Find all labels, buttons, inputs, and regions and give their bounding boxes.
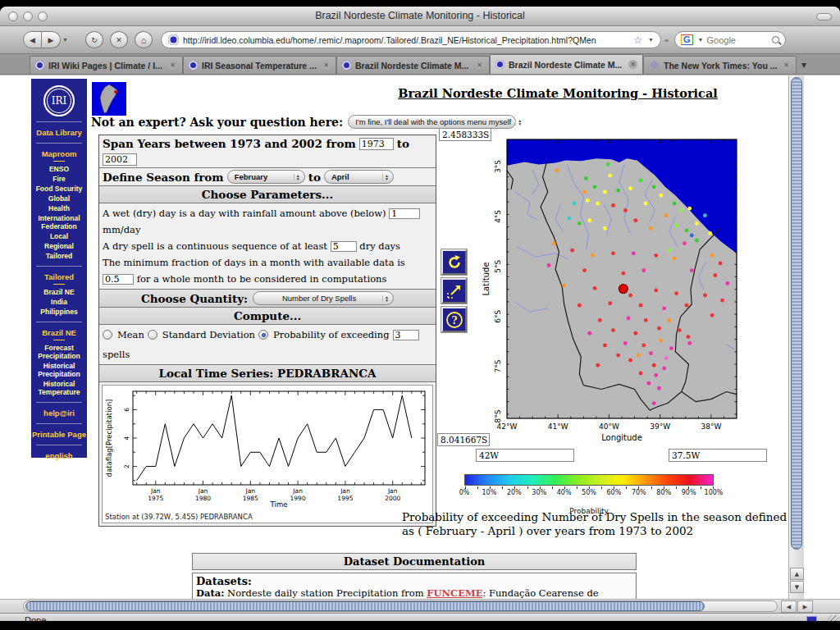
sidebar-item-health[interactable]: Health [31,203,87,213]
tab-4[interactable]: Brazil Nordeste Climate M...✕ [490,54,643,74]
station-dot[interactable] [584,176,588,180]
station-dot[interactable] [611,203,615,208]
station-dot[interactable] [662,367,666,371]
zoom-out-button[interactable] [441,278,467,304]
quantity-select[interactable]: Number of Dry Spells ▲▼ [253,291,394,305]
station-dot[interactable] [713,273,717,277]
station-map[interactable]: 42°W41°W40°W39°W38°W3°S4°S5°S6°S7°S8°SLa… [482,133,746,453]
station-dot[interactable] [647,381,651,386]
station-dot[interactable] [674,223,678,227]
span-to-input[interactable] [103,153,137,166]
min-fraction-input[interactable] [103,274,134,285]
station-dot[interactable] [608,173,612,177]
station-dot[interactable] [639,179,643,183]
station-dot[interactable] [703,213,707,217]
map-svg[interactable]: 42°W41°W40°W39°W38°W3°S4°S5°S6°S7°S8°SLa… [482,133,746,450]
lon-left-input[interactable]: 42W [476,449,574,462]
station-dot[interactable] [685,304,689,308]
tab-1[interactable]: IRI Wiki Pages | Climate / I...✕ [30,56,183,74]
station-dot[interactable] [662,306,666,310]
sidebar-item-brazil-ne[interactable]: Brazil NE [31,287,87,297]
station-dot[interactable] [725,281,729,285]
window-zoom-icon[interactable] [38,11,48,21]
scroll-down-button[interactable]: ▼ [790,581,804,593]
station-dot[interactable] [555,168,559,172]
station-dot[interactable] [606,162,610,167]
station-dot[interactable] [695,221,699,226]
sidebar-item-regional[interactable]: Regional [31,241,87,251]
lat-bottom-input[interactable]: 8.041667S [437,433,490,446]
station-dot[interactable] [685,228,689,232]
sidebar-item-international-federation[interactable]: International Federation [31,213,87,231]
redraw-button[interactable] [441,249,467,275]
probability-radio[interactable] [258,330,268,340]
dry-spell-length-input[interactable] [331,241,357,252]
season-from-select[interactable]: February ▲▼ [227,170,305,184]
station-dot[interactable] [678,328,682,332]
stop-button[interactable]: ✕ [110,31,128,48]
station-dot[interactable] [591,253,595,258]
window-close-icon[interactable] [8,11,18,21]
window-titlebar[interactable]: Brazil Nordeste Climate Monitoring - His… [0,7,840,26]
scroll-up-button[interactable]: ▲ [790,568,804,580]
toolbar-toggle-button[interactable] [816,13,832,21]
tab-close-icon[interactable]: ✕ [628,60,637,69]
station-dot[interactable] [687,341,692,345]
station-dot[interactable] [667,318,671,322]
station-dot[interactable] [633,331,637,336]
station-dot[interactable] [639,372,643,376]
station-dot[interactable] [664,356,669,360]
station-dot[interactable] [616,189,620,193]
tab-3[interactable]: Brazil Nordeste Climate M...✕ [336,56,490,74]
station-dot[interactable] [667,249,671,253]
station-dot[interactable] [690,234,694,238]
station-dot[interactable] [587,331,591,336]
station-dot[interactable] [608,301,612,305]
station-dot[interactable] [644,202,648,206]
wet-day-threshold-input[interactable] [389,208,420,219]
scroll-left-button[interactable]: ◀ [781,600,797,613]
station-dot[interactable] [654,373,658,377]
iri-logo[interactable]: IRI [43,85,75,116]
station-dot[interactable] [682,241,687,245]
station-dot[interactable] [593,185,597,189]
station-dot[interactable] [578,221,582,226]
station-dot[interactable] [669,346,673,350]
window-controls[interactable] [8,11,48,21]
tab-close-icon[interactable]: ✕ [782,61,791,70]
station-dot[interactable] [621,272,625,276]
station-dot[interactable] [710,253,714,258]
search-bar[interactable]: G ▼ Google [674,31,786,48]
station-dot[interactable] [673,202,677,206]
station-dot[interactable] [603,190,607,194]
station-dot[interactable] [611,328,615,332]
station-dot[interactable] [552,241,556,245]
station-dot[interactable] [690,268,694,272]
station-dot[interactable] [628,358,632,363]
station-dot[interactable] [720,299,724,303]
station-dot[interactable] [637,354,641,358]
sidebar-item-tailored[interactable]: Tailored [31,272,87,282]
station-dot[interactable] [547,263,551,267]
address-bar[interactable]: http://iridl.ldeo.columbia.edu/home/.rem… [161,31,661,48]
horizontal-scrollbar[interactable]: ◀ ▶ [0,599,840,613]
tab-5[interactable]: The New York Times: You ...✕ [643,56,797,74]
station-dot[interactable] [674,291,678,295]
station-dot[interactable] [598,318,602,322]
station-dot[interactable] [628,186,632,190]
station-dot[interactable] [664,213,669,217]
station-dot[interactable] [611,251,615,255]
station-dot[interactable] [649,226,653,231]
sidebar-item-india[interactable]: India [31,297,87,307]
station-dot[interactable] [652,401,656,405]
sidebar-item-philippines[interactable]: Philippines [31,307,87,317]
station-dot[interactable] [695,239,699,243]
station-dot[interactable] [603,226,607,231]
station-dot[interactable] [687,207,692,211]
tab-close-icon[interactable]: ✕ [475,61,484,70]
sidebar-item-historical-temperature[interactable]: Historical Temperature [31,379,87,397]
sidebar-item-brazil-ne[interactable]: Brazil NE [31,327,87,338]
station-dot[interactable] [710,313,714,317]
station-dot[interactable] [708,231,712,235]
station-dot[interactable] [582,268,587,272]
